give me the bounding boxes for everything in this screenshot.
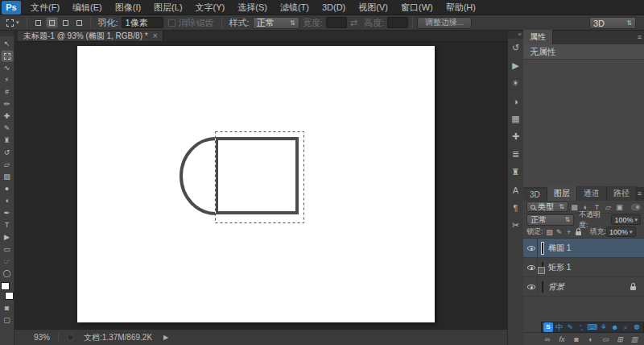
menu-item-2[interactable]: 图像(I)	[109, 0, 147, 15]
menu-item-10[interactable]: 帮助(H)	[440, 0, 482, 15]
filter-pixel-icon[interactable]: ▩	[569, 202, 580, 212]
tab-properties[interactable]: 属性	[523, 30, 553, 44]
menu-item-0[interactable]: 文件(F)	[24, 0, 66, 15]
shape-tool[interactable]: ▭	[1, 243, 14, 256]
layer-row-1[interactable]: 矩形 1	[523, 258, 644, 277]
opacity-field[interactable]: 100% ▾	[611, 214, 641, 225]
ps-logo[interactable]: Ps	[2, 1, 21, 15]
move-tool[interactable]: ↖	[1, 38, 14, 50]
styles-panel-icon[interactable]: ◑	[509, 94, 523, 108]
layer-row-0[interactable]: 椭圆 1	[523, 239, 644, 258]
type-tool[interactable]: T	[1, 219, 14, 231]
lasso-tool[interactable]: ∿	[1, 62, 14, 74]
screen-mode-button[interactable]: ▢	[1, 314, 14, 326]
filter-toggle[interactable]	[631, 204, 641, 210]
feather-input[interactable]: 1像素	[122, 17, 163, 28]
quick-selection-tool[interactable]: ⚡	[1, 74, 14, 86]
clone-source-panel-icon[interactable]: ▦	[509, 112, 523, 126]
healing-brush-tool[interactable]: ✚	[1, 110, 14, 123]
visibility-cell[interactable]	[525, 258, 538, 276]
antialias-checkbox[interactable]	[168, 19, 175, 27]
crop-tool[interactable]: #	[1, 86, 14, 98]
ime-punctuation-icon[interactable]: ’,	[576, 322, 586, 332]
lock-position-icon[interactable]: +	[564, 227, 574, 237]
selection-intersect-button[interactable]	[73, 17, 85, 28]
eraser-tool[interactable]: ▱	[1, 159, 14, 171]
layer-name[interactable]: 椭圆 1	[548, 243, 571, 254]
ime-account-icon[interactable]: ☻	[610, 322, 620, 332]
canvas-pasteboard[interactable]	[14, 42, 507, 329]
close-tab-icon[interactable]: ×	[153, 31, 158, 40]
pen-tool[interactable]: ✒	[1, 207, 14, 219]
menu-item-1[interactable]: 编辑(E)	[66, 0, 109, 15]
refine-edge-button[interactable]: 调整边缘...	[417, 17, 472, 29]
status-expand-icon[interactable]: ▶	[163, 334, 168, 341]
lock-all-icon[interactable]	[574, 227, 584, 237]
new-group-icon[interactable]: ▭	[601, 335, 610, 343]
layer-name[interactable]: 背景	[548, 281, 564, 293]
blend-mode-dropdown[interactable]: 正常 ⇅	[526, 214, 574, 226]
visibility-cell[interactable]	[525, 239, 538, 257]
ime-search-icon[interactable]: ⌕	[621, 322, 631, 332]
layer-row-2[interactable]: 背景	[523, 277, 644, 297]
background-color-swatch[interactable]	[5, 292, 14, 300]
tool-preset-picker[interactable]: ▾	[3, 19, 23, 27]
clone-stamp-tool[interactable]: ♜	[1, 135, 14, 147]
ime-settings-icon[interactable]: ☸	[632, 322, 642, 332]
rectangular-marquee-tool[interactable]	[1, 50, 14, 62]
character-panel-icon[interactable]: A	[509, 183, 523, 197]
swap-dimensions-icon[interactable]: ⇄	[350, 18, 357, 28]
layer-name[interactable]: 矩形 1	[548, 262, 571, 273]
menu-item-7[interactable]: 3D(D)	[316, 0, 352, 15]
document-canvas[interactable]	[77, 46, 435, 322]
adjustments-panel-icon[interactable]: ☀	[509, 77, 523, 90]
brush-presets-panel-icon[interactable]: ≣	[509, 148, 523, 161]
gradient-tool[interactable]: ▨	[1, 171, 14, 183]
new-layer-icon[interactable]: ⊞	[615, 335, 625, 343]
layer-thumbnail[interactable]	[542, 282, 543, 292]
document-tab[interactable]: 未标题-1 @ 93% (椭圆 1, RGB/8) * ×	[18, 31, 163, 41]
brush-panel-icon[interactable]: ✚	[509, 130, 523, 143]
menu-item-6[interactable]: 滤镜(T)	[274, 0, 316, 15]
ime-logo-icon[interactable]: S	[543, 322, 553, 332]
tab-layers[interactable]: 图层	[547, 186, 577, 201]
menu-item-5[interactable]: 选择(S)	[231, 0, 274, 15]
ime-language-icon[interactable]: 中	[555, 322, 564, 332]
ime-skin-icon[interactable]: ⚘	[599, 322, 609, 332]
fill-field[interactable]: 100% ▾	[606, 227, 636, 237]
ime-keyboard-icon[interactable]: ⌨	[588, 322, 597, 332]
menu-item-4[interactable]: 文字(Y)	[189, 0, 232, 15]
brush-tool[interactable]: ✎	[1, 123, 14, 135]
tab-paths[interactable]: 路径	[607, 186, 637, 201]
selection-new-button[interactable]	[32, 17, 44, 28]
selection-subtract-button[interactable]	[60, 17, 72, 28]
layer-thumbnail[interactable]	[542, 263, 543, 272]
ime-handwriting-icon[interactable]: ✎	[566, 322, 576, 332]
add-layer-mask-icon[interactable]: ◙	[572, 335, 581, 343]
layer-style-icon[interactable]: fx	[557, 335, 567, 343]
hand-tool[interactable]: ☞	[1, 256, 14, 268]
blur-tool[interactable]: ●	[1, 183, 14, 195]
visibility-cell[interactable]	[525, 277, 538, 296]
lock-transparency-icon[interactable]: ▨	[545, 227, 555, 237]
height-input[interactable]	[387, 17, 408, 28]
filter-smart-object-icon[interactable]: ▣	[614, 202, 625, 212]
menu-item-3[interactable]: 图层(L)	[147, 0, 188, 15]
history-panel-icon[interactable]: ↺	[509, 41, 523, 55]
new-adjustment-layer-icon[interactable]: ◐	[586, 335, 596, 343]
measurement-panel-icon[interactable]: ✂	[509, 218, 523, 232]
panel-menu-icon[interactable]: ≡	[638, 33, 642, 41]
path-selection-tool[interactable]: ▶	[1, 231, 14, 243]
width-input[interactable]	[326, 17, 347, 28]
link-layers-icon[interactable]: ∞	[543, 335, 552, 343]
eyedropper-tool[interactable]: ✏	[1, 98, 14, 110]
dodge-tool[interactable]: ◖	[1, 195, 14, 207]
menu-item-9[interactable]: 窗口(W)	[394, 0, 440, 15]
collapse-dock-icon[interactable]: «	[508, 31, 523, 39]
workspace-dropdown[interactable]: 3D ⇅	[589, 17, 636, 29]
paragraph-panel-icon[interactable]: ¶	[509, 201, 523, 214]
delete-layer-icon[interactable]: ▥	[630, 335, 639, 343]
lock-paint-icon[interactable]: ✎	[555, 227, 564, 237]
color-swatches[interactable]	[1, 282, 14, 300]
actions-panel-icon[interactable]: ▶	[509, 59, 523, 73]
